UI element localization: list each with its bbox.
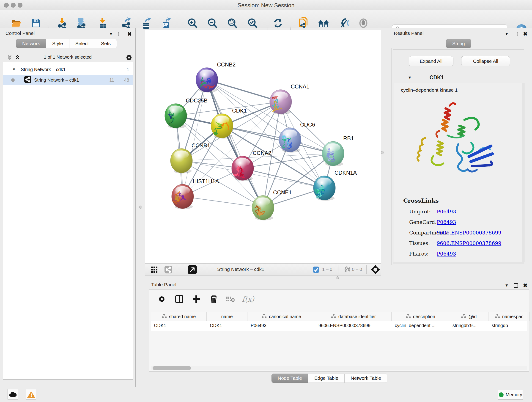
cloud-button[interactable] [7, 389, 18, 400]
column-label: namespac [502, 314, 523, 319]
delete-table-icon[interactable] [224, 293, 237, 306]
network-node-CCNE1[interactable]: CCNE1 [252, 189, 292, 220]
column-header-database-identifier[interactable]: database identifier [315, 312, 392, 321]
selected-checkbox-icon[interactable] [313, 267, 319, 274]
clipboard-network-icon[interactable] [297, 17, 310, 30]
panel-menu-icon[interactable]: ▼ [109, 32, 113, 36]
crosslink-value[interactable]: P06493 [437, 219, 456, 225]
tab-network-table[interactable]: Network Table [345, 374, 387, 383]
table-cell[interactable]: CDK1 [151, 321, 207, 331]
warning-icon [27, 391, 35, 398]
protein-structure-image [411, 99, 505, 191]
right-splitter-handle[interactable] [381, 151, 384, 154]
hide-selected-icon[interactable] [337, 17, 350, 30]
crosslink-value[interactable]: P06493 [437, 209, 456, 215]
add-column-icon[interactable] [190, 293, 203, 306]
table-horizontal-scrollbar[interactable] [151, 366, 527, 370]
gear-icon[interactable] [125, 54, 133, 62]
column-header-description[interactable]: description [392, 312, 449, 321]
column-header-canonical-name[interactable]: canonical name [247, 312, 315, 321]
open-folder-icon[interactable] [10, 17, 22, 30]
crosslink-value[interactable]: 9606.ENSP00000378699 [437, 240, 501, 246]
control-panel-tabs: NetworkStyleSelectSets [16, 39, 117, 48]
tab-network[interactable]: Network [16, 39, 46, 48]
table-gear-icon[interactable] [155, 293, 168, 306]
zoom-selected-icon[interactable] [246, 17, 259, 30]
column-header-name[interactable]: name [207, 312, 247, 321]
network-row-selected[interactable]: String Network – cdk1 11 48 [3, 75, 133, 85]
show-all-icon[interactable] [357, 17, 370, 30]
horizontal-splitter-handle[interactable] [336, 276, 339, 279]
export-image-icon[interactable] [159, 17, 172, 30]
birdseye-view-icon[interactable] [188, 265, 197, 275]
export-table-icon[interactable] [139, 17, 152, 30]
panel-float-icon[interactable] [514, 283, 518, 288]
import-database-icon[interactable] [75, 17, 88, 30]
column-label: canonical name [269, 314, 301, 319]
hidden-eye-icon[interactable] [342, 266, 351, 274]
left-splitter-handle[interactable] [139, 206, 142, 209]
collapse-all-button[interactable]: Collapse All [461, 56, 510, 66]
crosshair-move-icon[interactable] [371, 265, 380, 275]
panel-close-icon[interactable]: ✖ [523, 31, 527, 37]
delete-column-icon[interactable] [207, 293, 220, 306]
crosslink-value[interactable]: P06493 [437, 251, 456, 257]
show-columns-icon[interactable] [173, 293, 186, 306]
table-cell[interactable]: stringdb:9... [449, 321, 488, 331]
tab-string[interactable]: String [446, 39, 471, 48]
table-cell[interactable]: CDK1 [207, 321, 247, 331]
table-cell[interactable]: P06493 [247, 321, 315, 331]
column-header-namespac[interactable]: namespac [488, 312, 530, 321]
panel-float-icon[interactable] [514, 32, 518, 36]
network-node-RB1[interactable]: RB1 [322, 135, 354, 166]
warning-button[interactable] [26, 389, 36, 400]
tab-edge-table[interactable]: Edge Table [308, 374, 345, 383]
zoom-in-icon[interactable] [186, 17, 199, 30]
network-node-CCNA1[interactable]: CCNA1 [270, 83, 309, 115]
table-cell[interactable]: cyclin–dependent ... [392, 321, 449, 331]
network-share-gray-icon[interactable] [165, 266, 172, 274]
table-tabs: Node TableEdge TableNetwork Table [272, 374, 387, 383]
network-node-CDKN1A[interactable]: CDKN1A [313, 170, 357, 201]
network-node-CCNA2[interactable]: CCNA2 [232, 150, 271, 181]
tab-node-table[interactable]: Node Table [272, 374, 308, 383]
table-row[interactable]: CDK1CDK1P064939606.ENSP00000378699cyclin… [151, 321, 527, 331]
tab-select[interactable]: Select [69, 39, 95, 48]
tab-sets[interactable]: Sets [95, 39, 117, 48]
tab-style[interactable]: Style [46, 39, 69, 48]
results-vertical-scrollbar[interactable] [522, 83, 525, 262]
grid-view-icon[interactable] [151, 266, 158, 274]
zoom-fit-icon[interactable] [226, 17, 239, 30]
network-canvas[interactable]: CCNB2CCNA1CDC25BCDK1CDC6RB1CCNB1CCNA2CDK… [145, 30, 381, 263]
section-collapse-icon[interactable]: ▼ [408, 75, 412, 80]
panel-menu-icon[interactable]: ▼ [505, 32, 509, 36]
expand-all-button[interactable]: Expand All [409, 56, 453, 66]
import-network-icon[interactable] [56, 17, 69, 30]
save-icon[interactable] [30, 17, 42, 30]
cdk1-section-header[interactable]: ▼ CDK1 [393, 72, 524, 83]
network-graph[interactable]: CCNB2CCNA1CDC25BCDK1CDC6RB1CCNB1CCNA2CDK… [145, 30, 381, 263]
panel-menu-icon[interactable]: ▼ [505, 283, 509, 288]
results-horizontal-scrollbar[interactable] [393, 262, 524, 264]
column-header-shared-name[interactable]: shared name [151, 312, 207, 321]
table-cell[interactable]: 9606.ENSP00000378699 [315, 321, 392, 331]
network-node-HIST1H1A[interactable]: HIST1H1A [172, 178, 219, 209]
network-selected-status: 1 of 1 Network selected [0, 55, 135, 60]
column-header--id[interactable]: @id [449, 312, 488, 321]
panel-close-icon[interactable]: ✖ [523, 282, 527, 288]
zoom-out-icon[interactable] [206, 17, 219, 30]
network-collection-row[interactable]: ▼ String Network – cdk1 1 [3, 64, 133, 75]
crosslink-value[interactable]: 9606.ENSP00000378699 [437, 230, 501, 236]
memory-button[interactable]: Memory [498, 390, 523, 400]
tree-expand-icon[interactable]: ▼ [12, 67, 16, 71]
panel-close-icon[interactable]: ✖ [127, 31, 132, 37]
import-table-icon[interactable] [96, 17, 109, 30]
scrollbar-thumb[interactable] [152, 366, 191, 370]
network-node-CDK1[interactable]: CDK1 [211, 108, 247, 139]
table-cell[interactable]: stringdb [488, 321, 530, 331]
column-label: @id [469, 314, 477, 319]
refresh-icon[interactable] [272, 17, 284, 30]
export-network-icon[interactable] [120, 17, 133, 30]
home-icon[interactable] [317, 17, 330, 30]
panel-float-icon[interactable] [118, 32, 122, 36]
